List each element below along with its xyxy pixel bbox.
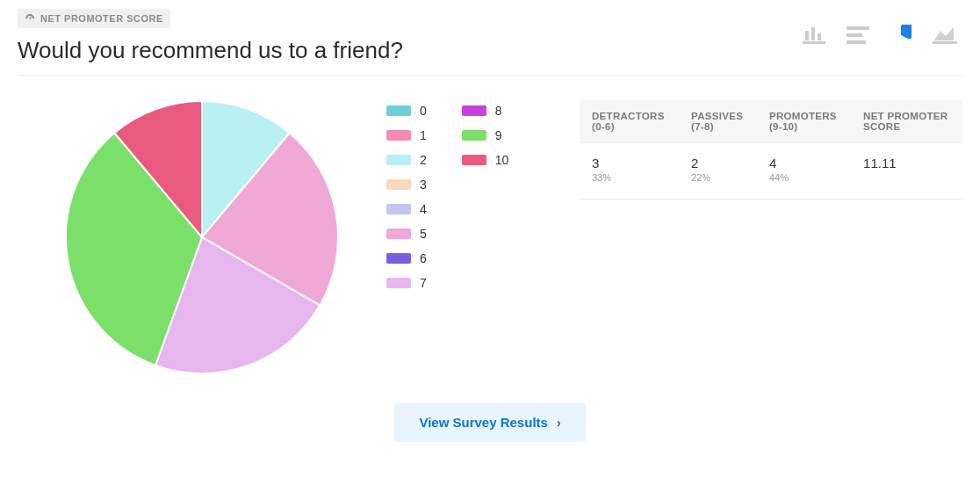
svg-rect-3 [818, 33, 821, 40]
legend-label: 1 [420, 128, 427, 142]
th-nps: NET PROMOTER SCORE [851, 100, 962, 143]
legend-label: 0 [420, 104, 427, 118]
detractors-count: 3 [592, 156, 667, 170]
svg-rect-2 [811, 27, 815, 40]
view-results-label: View Survey Results [419, 415, 547, 430]
legend-label: 6 [420, 251, 427, 265]
detractors-pct: 33% [592, 172, 667, 183]
passives-pct: 22% [691, 172, 745, 183]
legend-swatch [386, 204, 411, 214]
th-detractors: DETRACTORS (0-6) [580, 100, 679, 143]
bar-chart-icon[interactable] [803, 25, 825, 45]
svg-rect-4 [847, 26, 869, 30]
chart-type-switcher [803, 9, 962, 46]
legend-label: 9 [495, 128, 502, 142]
passives-count: 2 [691, 156, 745, 170]
th-passives: PASSIVES (7-8) [679, 100, 757, 143]
pie-legend: 01234567 8910 [386, 97, 544, 378]
legend-label: 8 [495, 104, 502, 118]
legend-swatch [386, 179, 411, 190]
svg-rect-1 [805, 31, 809, 40]
legend-swatch [462, 155, 486, 165]
view-survey-results-button[interactable]: View Survey Results › [394, 403, 585, 442]
legend-swatch [386, 278, 411, 288]
legend-item-2: 2 [386, 153, 427, 167]
legend-label: 5 [420, 227, 427, 241]
legend-label: 4 [420, 202, 427, 216]
th-promoters: PROMOTERS (9-10) [757, 100, 851, 143]
nps-score: 11.11 [863, 156, 950, 170]
area-chart-icon[interactable] [933, 25, 957, 45]
legend-label: 10 [495, 153, 509, 167]
legend-label: 3 [420, 178, 427, 192]
nps-summary-table: DETRACTORS (0-6) PASSIVES (7-8) PROMOTER… [580, 100, 962, 199]
svg-rect-5 [847, 33, 862, 37]
legend-swatch [386, 253, 411, 264]
question-title: Would you recommend us to a friend? [18, 37, 803, 64]
promoters-count: 4 [769, 156, 839, 170]
gauge-icon [25, 12, 35, 25]
legend-label: 7 [420, 276, 427, 290]
legend-swatch [462, 130, 486, 141]
legend-label: 2 [420, 153, 427, 167]
chevron-right-icon: › [557, 416, 561, 430]
pie-chart-icon[interactable] [890, 25, 912, 46]
legend-swatch [386, 228, 411, 239]
legend-item-3: 3 [386, 178, 427, 192]
horizontal-bars-icon[interactable] [847, 26, 869, 44]
svg-rect-7 [933, 41, 957, 44]
svg-rect-6 [847, 40, 866, 44]
legend-item-6: 6 [386, 251, 427, 265]
legend-item-4: 4 [386, 202, 427, 216]
table-row: 3 33% 2 22% 4 44% 11.11 [580, 143, 962, 199]
legend-item-7: 7 [386, 276, 427, 290]
promoters-pct: 44% [769, 172, 839, 183]
nps-badge-label: NET PROMOTER SCORE [40, 13, 163, 24]
svg-rect-0 [803, 41, 825, 44]
legend-item-8: 8 [462, 104, 509, 118]
legend-swatch [386, 105, 411, 116]
legend-swatch [386, 130, 411, 141]
legend-item-1: 1 [386, 128, 427, 142]
nps-badge: NET PROMOTER SCORE [18, 9, 170, 28]
nps-pie-chart [61, 97, 342, 378]
legend-item-5: 5 [386, 227, 427, 241]
legend-swatch [462, 105, 486, 116]
legend-swatch [386, 155, 411, 165]
legend-item-10: 10 [462, 153, 509, 167]
legend-item-9: 9 [462, 128, 509, 142]
legend-item-0: 0 [386, 104, 427, 118]
